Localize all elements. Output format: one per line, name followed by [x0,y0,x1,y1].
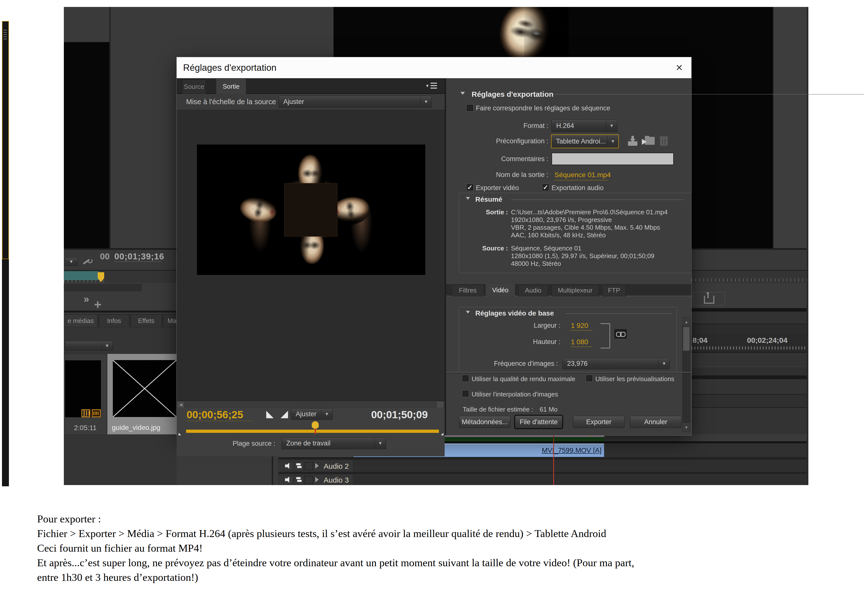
in-point-icon[interactable] [266,411,274,418]
match-sequence-checkbox[interactable] [467,104,473,112]
dropdown-arrow-icon: ▼ [101,342,113,350]
scrollbar-up-button[interactable]: ▲ [683,318,690,326]
queue-button[interactable]: File d'attente [515,416,563,428]
wrench-icon[interactable] [82,258,91,265]
track-lock-toggle[interactable] [304,476,313,484]
dialog-title-bar[interactable]: Réglages d'exportation ✕ [177,57,691,78]
link-dimensions-button[interactable] [614,329,627,339]
export-video-checkbox[interactable]: ✓ [467,184,473,191]
tab-sortie[interactable]: Sortie [216,79,246,94]
dimension-bracket [600,323,610,349]
summary-collapse-icon[interactable] [466,197,470,200]
tab-medias-label: e médias [68,317,94,325]
summary-src-line: 48000 Hz, Stéréo [511,260,654,268]
width-label: Largeur : [521,322,560,329]
section-collapse-icon[interactable] [460,92,465,95]
scroll-right-button[interactable] [437,402,443,408]
summary-src-line: Séquence, Séquence 01 [511,245,654,252]
dropdown-arrow-icon: ▼ [375,438,386,448]
height-value[interactable]: 1 080 [571,338,588,346]
timeline-row [691,353,808,366]
export-frame-button[interactable] [693,292,725,305]
speaker-icon[interactable] [284,476,293,484]
panel-menu-icon[interactable]: ▾ [427,82,437,90]
cancel-button[interactable]: Annuler [630,416,682,428]
export-audio-checkbox[interactable]: ✓ [542,184,549,191]
metadata-button-label: Métadonnées... [462,418,508,426]
tab-filtres[interactable]: Filtres [452,285,484,296]
preset-dropdown[interactable]: Tablette Androi... ▼ [551,134,619,148]
current-timecode[interactable]: 00;00;56;25 [186,409,243,421]
tab-medias[interactable]: e médias [64,314,98,327]
tab-ftp-label: FTP [608,287,620,294]
scrollbar-down-button[interactable]: ▼ [683,423,690,431]
preview-face-left [237,191,284,228]
track-output-icon[interactable] [294,476,303,484]
preview-video [197,144,425,275]
metadata-button[interactable]: Métadonnées... [459,416,510,428]
collapse-triangle-icon[interactable] [315,463,319,468]
max-quality-checkbox[interactable] [462,375,469,381]
media-browser-dropdown[interactable]: ▼ [65,341,113,350]
scroll-left-button[interactable]: ◀ [178,402,184,408]
dropdown-arrow-icon: ▼ [606,120,617,131]
width-value[interactable]: 1 920 [571,322,588,330]
track-header-audio2[interactable]: Audio 2 [278,460,353,472]
output-name-label: Nom de la sortie : [459,171,548,179]
export-button[interactable]: Exporter [573,416,625,428]
speaker-icon[interactable] [284,462,293,470]
chain-link-icon [620,332,626,337]
tab-infos[interactable]: Infos [99,314,129,327]
monitor-zoom-dropdown[interactable]: ▼ [65,257,78,266]
tab-source[interactable]: Source [182,80,206,94]
track-name: Audio 3 [324,476,349,484]
timeline-playhead[interactable] [553,433,554,485]
save-preset-icon[interactable] [628,136,638,146]
format-dropdown[interactable]: H.264 ▼ [552,119,617,132]
section-rule [553,94,864,95]
group-collapse-icon[interactable] [466,311,470,313]
source-range-dropdown[interactable]: Zone de travail ▼ [282,437,386,449]
track-lock-toggle[interactable] [304,462,313,470]
tab-audio[interactable]: Audio [518,285,548,296]
collapse-triangle-icon[interactable] [315,477,319,482]
scale-dropdown[interactable]: Ajuster ▼ [279,96,432,108]
source-range-label: Plage source : [232,440,275,447]
fit-dropdown[interactable]: Ajuster ▼ [291,408,333,420]
delete-preset-icon[interactable] [660,136,668,147]
media-thumbnail-video[interactable]: 2:05:11 [64,354,107,435]
group-rule [566,313,672,314]
scrollbar-track[interactable]: ▲ ▼ [682,317,690,432]
out-point-icon[interactable] [281,411,288,418]
output-name-link[interactable]: Séquence 01.mp4 [555,171,611,179]
track-gap [278,457,808,460]
source-monitor-timecode[interactable]: 00;01;39;16 [114,251,164,261]
track-header-audio3[interactable]: Audio 3 [278,474,353,485]
scrollbar-thumb[interactable] [683,327,690,351]
clip-label: MVI_7599.MOV [A] [542,447,601,454]
section-export-title: Réglages d'exportation [471,90,553,99]
media-thumbnail-image-selected[interactable]: guide_video.jpg [107,354,177,434]
comments-input[interactable] [552,153,674,165]
trim-slider-bar[interactable] [186,429,439,433]
import-preset-icon[interactable] [642,135,655,147]
tab-ftp[interactable]: FTP [602,285,626,296]
fps-dropdown[interactable]: 23,976 ▼ [563,358,670,369]
chevrons-icon[interactable]: » [84,293,89,305]
tab-video[interactable]: Vidéo [486,284,515,296]
trim-playhead-marker[interactable] [312,421,319,429]
close-icon[interactable]: ✕ [676,63,683,73]
tab-multiplexeur[interactable]: Multiplexeur [551,285,599,296]
tab-effets[interactable]: Effets [131,314,162,327]
left-separator [64,310,177,313]
plus-icon[interactable]: + [94,297,101,312]
export-settings-dialog: Réglages d'exportation ✕ Source Sortie ▾… [177,57,691,436]
fps-label: Fréquence d'images : [484,360,558,367]
monitor-side-panel [773,7,808,248]
use-previews-checkbox[interactable] [586,375,593,381]
track-output-icon[interactable] [294,462,303,470]
preview-hscroll[interactable]: ◀ [177,400,445,408]
frame-blend-checkbox[interactable] [462,390,469,397]
source-mini-timeline[interactable] [64,271,99,281]
duration-timecode: 00;01;50;09 [371,409,428,421]
